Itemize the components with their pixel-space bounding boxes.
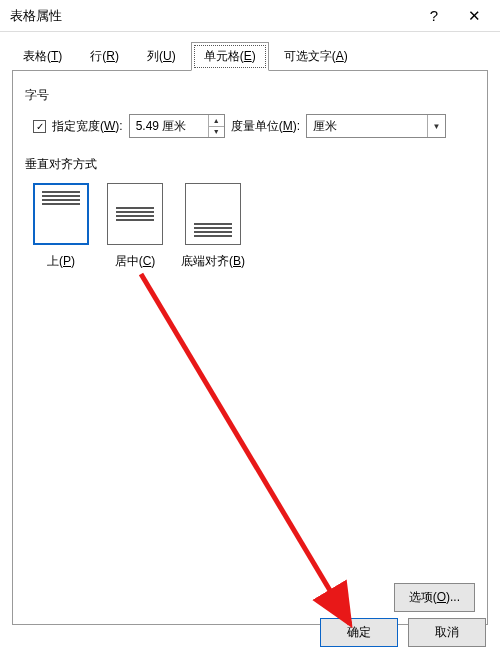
size-group-label: 字号 xyxy=(25,87,475,104)
valign-top-label: 上(P) xyxy=(47,253,75,270)
dialog-footer: 确定 取消 xyxy=(320,618,486,647)
valign-group-label: 垂直对齐方式 xyxy=(25,156,475,173)
tab-row[interactable]: 行(R) xyxy=(77,42,132,71)
valign-bottom-option[interactable]: 底端对齐(B) xyxy=(181,183,245,270)
spinner-arrows: ▲ ▼ xyxy=(208,115,224,137)
cell-panel: 字号 ✓ 指定宽度(W): 5.49 厘米 ▲ ▼ 度量单位(M): 厘米 ▼ … xyxy=(12,70,488,625)
chevron-down-icon[interactable]: ▼ xyxy=(427,115,445,137)
measure-value: 厘米 xyxy=(307,115,427,137)
valign-center-label: 居中(C) xyxy=(115,253,156,270)
spin-up-icon[interactable]: ▲ xyxy=(209,115,224,127)
valign-bottom-label: 底端对齐(B) xyxy=(181,253,245,270)
tab-cell[interactable]: 单元格(E) xyxy=(191,42,269,71)
window-title: 表格属性 xyxy=(10,7,414,25)
close-button[interactable]: ✕ xyxy=(454,2,494,30)
measure-label: 度量单位(M): xyxy=(231,118,300,135)
width-value[interactable]: 5.49 厘米 xyxy=(130,115,208,137)
tab-alt-text[interactable]: 可选文字(A) xyxy=(271,42,361,71)
titlebar: 表格属性 ? ✕ xyxy=(0,0,500,32)
tab-column[interactable]: 列(U) xyxy=(134,42,189,71)
spin-down-icon[interactable]: ▼ xyxy=(209,127,224,138)
tab-table[interactable]: 表格(T) xyxy=(10,42,75,71)
measure-combo[interactable]: 厘米 ▼ xyxy=(306,114,446,138)
valign-bottom-icon xyxy=(185,183,241,245)
options-button[interactable]: 选项(O)... xyxy=(394,583,475,612)
valign-top-option[interactable]: 上(P) xyxy=(33,183,89,270)
cancel-button[interactable]: 取消 xyxy=(408,618,486,647)
ok-button[interactable]: 确定 xyxy=(320,618,398,647)
valign-center-icon xyxy=(107,183,163,245)
help-button[interactable]: ? xyxy=(414,2,454,30)
width-label: 指定宽度(W): xyxy=(52,118,123,135)
valign-row: 上(P) 居中(C) 底端对齐(B) xyxy=(25,183,475,270)
valign-top-icon xyxy=(33,183,89,245)
width-spinner[interactable]: 5.49 厘米 ▲ ▼ xyxy=(129,114,225,138)
width-checkbox[interactable]: ✓ xyxy=(33,120,46,133)
valign-center-option[interactable]: 居中(C) xyxy=(107,183,163,270)
size-row: ✓ 指定宽度(W): 5.49 厘米 ▲ ▼ 度量单位(M): 厘米 ▼ xyxy=(25,114,475,138)
tab-strip: 表格(T) 行(R) 列(U) 单元格(E) 可选文字(A) xyxy=(0,32,500,71)
